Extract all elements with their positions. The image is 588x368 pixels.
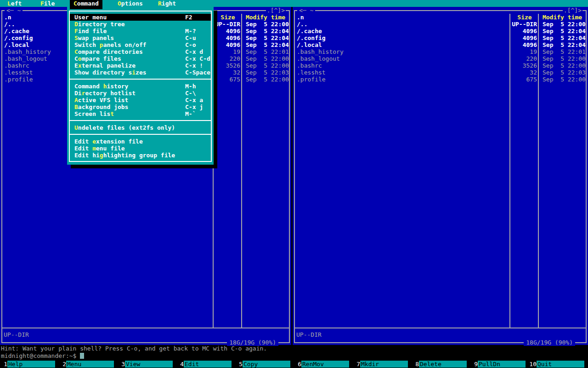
hint-line: Hint: Want your plain shell? Press C-o, … [1, 345, 267, 352]
column-header-size[interactable]: Size [510, 14, 539, 21]
menu-item-edit-highlighting-group-file[interactable]: Edit highlighting group file [70, 152, 211, 159]
menu-item-directory-tree[interactable]: Directory tree [70, 21, 211, 28]
file-size: 32 [510, 69, 539, 76]
menu-item-compare-files[interactable]: Compare filesC-x C-d [70, 55, 211, 62]
menubar-item-right[interactable]: Right [158, 0, 176, 7]
file-mtime: Sep 5 22:00 [539, 62, 586, 69]
menu-item-edit-extension-file[interactable]: Edit extension file [70, 138, 211, 145]
fkey-button-menu[interactable]: 2Menu [59, 361, 114, 368]
file-name: /.. [295, 21, 510, 28]
right-disk-usage: 18G/19G (90%) [524, 339, 575, 346]
menu-item-shortcut: M-` [185, 110, 196, 117]
menu-item-shortcut: C-x j [185, 104, 203, 110]
column-header-size[interactable]: Size [214, 14, 242, 21]
fkey-label: Mkdir [360, 361, 408, 368]
file-row[interactable]: .bashrc3526Sep 5 22:00 [295, 62, 586, 69]
left-panel-corner-buttons[interactable]: .[^]> [266, 7, 286, 14]
file-mtime: Sep 5 22:00 [539, 21, 586, 28]
file-name: /.local [295, 41, 510, 48]
file-size: 4096 [510, 28, 539, 34]
right-panel-path[interactable]: <─ ~ [297, 7, 315, 14]
file-size: 3526 [510, 62, 539, 69]
menu-item-shortcut: C-x C-d [185, 55, 210, 62]
fkey-number: 2 [59, 361, 66, 368]
menu-item-shortcut: C-x a [185, 97, 203, 104]
fkey-button-mkdir[interactable]: 7Mkdir [353, 361, 408, 368]
file-size: UP--DIR [214, 21, 242, 28]
menubar-item-file[interactable]: File [40, 0, 55, 7]
file-mtime: Sep 5 22:00 [242, 21, 289, 28]
right-file-list: .n Name Size Modify time /..UP--DIRSep 5… [295, 14, 586, 328]
dropdown-items: User menuF2Directory treeFind fileM-?Swa… [70, 14, 211, 159]
file-size: 32 [214, 69, 242, 76]
file-row[interactable]: .bash_history19Sep 5 22:01 [295, 48, 586, 55]
sort-indicator: .n [297, 14, 304, 21]
file-row[interactable]: /.local4096Sep 5 22:04 [295, 41, 586, 48]
fkey-label: Quit [537, 361, 584, 368]
fkey-button-help[interactable]: 1Help [0, 361, 55, 368]
file-size: 4096 [214, 28, 242, 34]
shell-prompt[interactable]: midnight@commander:~$ [1, 352, 84, 359]
sort-indicator: .n [4, 14, 11, 21]
column-header-mtime[interactable]: Modify time [539, 14, 586, 21]
fkey-button-edit[interactable]: 4Edit [176, 361, 232, 368]
right-panel: <─ ~ .[^]> .n Name Size Modify time /..U… [293, 7, 588, 345]
file-size: 675 [510, 76, 539, 83]
fkey-label: RenMov [301, 361, 349, 368]
menu-item-screen-list[interactable]: Screen listM-` [70, 110, 211, 117]
file-row[interactable]: /.cache4096Sep 5 22:04 [295, 28, 586, 34]
menu-item-shortcut: M-? [185, 28, 196, 34]
file-name: /.cache [295, 28, 510, 34]
fkey-button-copy[interactable]: 5Copy [235, 361, 290, 368]
fkey-number: 9 [470, 361, 478, 368]
file-row[interactable]: /..UP--DIRSep 5 22:00 [295, 21, 586, 28]
menu-item-swap-panels[interactable]: Swap panelsC-u [70, 34, 211, 41]
file-row[interactable]: /.config4096Sep 5 22:04 [295, 34, 586, 41]
menu-item-user-menu[interactable]: User menuF2 [70, 14, 211, 21]
left-panel-path[interactable]: <─ ~ [5, 7, 23, 14]
file-row[interactable]: .profile675Sep 5 22:00 [295, 76, 586, 83]
menubar-item-command[interactable]: Command [70, 0, 102, 9]
file-name: /.config [295, 34, 510, 41]
menu-item-show-directory-sizes[interactable]: Show directory sizesC-Space [70, 69, 211, 76]
menu-item-compare-directories[interactable]: Compare directoriesC-x d [70, 48, 211, 55]
file-mtime: Sep 5 22:00 [539, 55, 586, 62]
file-mtime: Sep 5 22:04 [242, 41, 289, 48]
menu-item-switch-panels-on-off[interactable]: Switch panels on/offC-o [70, 41, 211, 48]
fkey-label: Help [7, 361, 55, 368]
fkey-button-renmov[interactable]: 6RenMov [294, 361, 349, 368]
menu-item-background-jobs[interactable]: Background jobsC-x j [70, 104, 211, 110]
menu-item-edit-menu-file[interactable]: Edit menu file [70, 145, 211, 152]
menubar-item-options[interactable]: Options [118, 0, 143, 7]
right-panel-corner-buttons[interactable]: .[^]> [563, 7, 582, 14]
column-divider [241, 14, 242, 328]
file-row[interactable]: .bash_logout220Sep 5 22:00 [295, 55, 586, 62]
file-size: 19 [214, 48, 242, 55]
file-name: .lesshst [295, 69, 510, 76]
menu-item-undelete-files-ext2fs-only[interactable]: Undelete files (ext2fs only) [70, 124, 211, 131]
column-header-mtime[interactable]: Modify time [242, 14, 289, 21]
menu-item-shortcut: C-o [185, 41, 196, 48]
fkey-number: 4 [176, 361, 184, 368]
menu-item-external-panelize[interactable]: External panelizeC-x ! [70, 62, 211, 69]
command-menu-dropdown: User menuF2Directory treeFind fileM-?Swa… [67, 7, 214, 165]
menu-item-find-file[interactable]: Find fileM-? [70, 28, 211, 34]
fkey-button-view[interactable]: 3View [118, 361, 173, 368]
right-panel-header: .n Name Size Modify time [295, 14, 586, 21]
fkey-number: 3 [118, 361, 125, 368]
fkey-button-pulldn[interactable]: 9PullDn [470, 361, 526, 368]
fkey-button-delete[interactable]: 8Delete [412, 361, 467, 368]
menu-item-directory-hotlist[interactable]: Directory hotlistC-\ [70, 90, 211, 97]
file-name: .bash_logout [295, 55, 510, 62]
file-name: .bash_history [295, 48, 510, 55]
menu-item-command-history[interactable]: Command historyM-h [70, 83, 211, 90]
file-size: 19 [510, 48, 539, 55]
menu-item-active-vfs-list[interactable]: Active VFS listC-x a [70, 97, 211, 104]
menubar-item-left[interactable]: Left [7, 0, 22, 7]
menu-item-shortcut: C-x d [185, 48, 203, 55]
menu-item-shortcut: F2 [185, 14, 192, 21]
file-mtime: Sep 5 22:04 [539, 34, 586, 41]
fkey-button-quit[interactable]: 10Quit [529, 361, 584, 368]
file-row[interactable]: .lesshst32Sep 5 22:03 [295, 69, 586, 76]
column-divider [538, 14, 539, 328]
